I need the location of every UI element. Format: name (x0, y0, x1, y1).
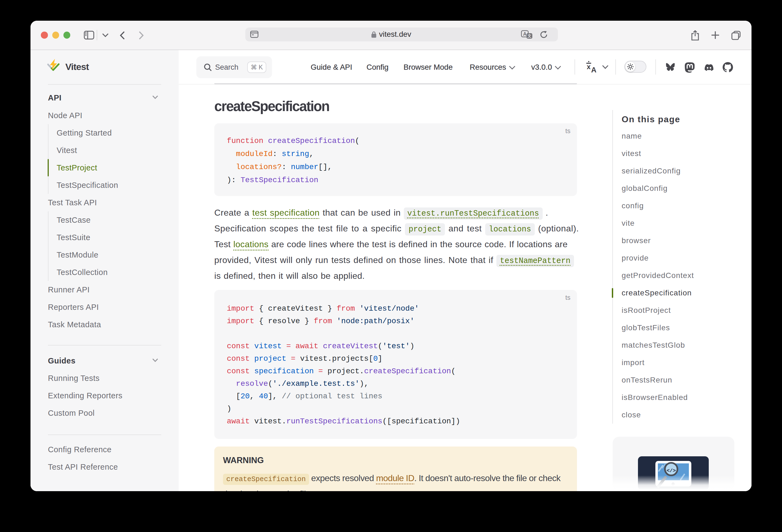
svg-text:A: A (523, 31, 527, 37)
svg-text:文: 文 (527, 34, 532, 38)
svg-text:x: x (587, 63, 591, 71)
svg-text:A: A (591, 66, 597, 73)
